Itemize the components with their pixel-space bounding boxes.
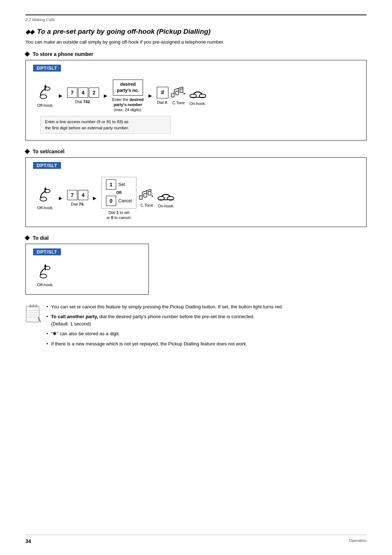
dpt-label-store: DPT/SLT — [33, 65, 61, 72]
dpt-box-dial: DPT/SLT Off-hook. — [25, 244, 149, 294]
svg-rect-18 — [139, 196, 142, 199]
offhook-label-setcancel: Off-hook. — [37, 205, 53, 210]
offhook-phone-dial: Off-hook. — [37, 263, 54, 287]
phone-onhook-icon-2 — [157, 188, 175, 202]
key-0-cancel: 0 — [106, 196, 116, 206]
ctone-label-store: C.Tone — [172, 101, 185, 105]
onhook-label-setcancel: On-hook. — [158, 203, 174, 208]
note-1: • You can set or cancel this feature by … — [46, 303, 367, 311]
keys-742: 7 4 2 Dial 742. — [67, 88, 99, 104]
arrow-setcancel-1: ► — [56, 195, 65, 202]
offhook-label-dial: Off-hook. — [37, 282, 53, 287]
key-7: 7 — [67, 88, 77, 98]
keys-742-label: Dial 742. — [75, 99, 91, 104]
onhook-phone-store: On-hook. — [189, 86, 207, 106]
notes-content: • You can set or cancel this feature by … — [46, 303, 367, 351]
top-rule — [25, 15, 367, 15]
flow-setcancel: Off-hook. ► 7 4 Dial 74. ► 1 Set — [33, 174, 359, 220]
operation-text: Operation — [349, 538, 367, 544]
keys-742-group: 7 4 2 — [67, 88, 99, 98]
svg-marker-16 — [44, 187, 46, 190]
hash-label: Dial #. — [157, 100, 168, 105]
offhook-phone-setcancel: Off-hook. — [37, 186, 54, 210]
offhook-phone-store: Off-hook. — [37, 84, 54, 108]
ctone-item-store: C.Tone — [171, 87, 187, 105]
note-4: • If there is a new message which is not… — [46, 340, 367, 348]
arrow-store-3: ► — [146, 93, 155, 99]
phone-offhook-icon — [37, 84, 54, 101]
phone-offhook-icon-2 — [37, 186, 54, 204]
desired-line2: party's no. — [117, 88, 139, 94]
desired-party-item: desired party's no. Enter the desiredpar… — [112, 80, 144, 112]
svg-marker-2 — [44, 85, 46, 87]
desired-line1: desired — [117, 81, 139, 88]
diamond-icons: ◆◆ — [25, 28, 34, 35]
note-3-text: "✱" can also be stored as a digit. — [51, 330, 120, 337]
onhook-label-store: On-hook. — [189, 101, 206, 106]
onhook-phone-setcancel: On-hook. — [157, 188, 175, 208]
page: 2.2 Making Calls ◆◆ To a pre-set party b… — [0, 0, 392, 555]
dpt-label-setcancel: DPT/SLT — [33, 162, 61, 169]
bullet-diamond-icon-2 — [25, 149, 30, 154]
bracket-item: 1 Set OR 0 Cancel Dial 1 to setor 0 to c… — [101, 177, 136, 220]
svg-rect-6 — [180, 89, 183, 93]
dpt-label-dial: DPT/SLT — [33, 248, 61, 255]
note-2-text: To call another party, dial the desired … — [51, 313, 255, 327]
bullet-diamond-icon — [25, 52, 30, 57]
key-4b: 4 — [78, 190, 88, 200]
svg-rect-20 — [148, 191, 151, 195]
ctone-icon-setcancel — [139, 189, 155, 202]
bottom-rule — [25, 535, 367, 535]
key-4: 4 — [78, 88, 88, 98]
keys-74: 7 4 Dial 74. — [67, 190, 88, 207]
desired-party-label: Enter the desiredparty's number(max. 24 … — [112, 97, 144, 113]
notepad-svg — [25, 303, 41, 323]
ctone-item-setcancel: C.Tone — [139, 189, 155, 207]
section-desc: You can make an outside call simply by g… — [25, 39, 367, 45]
svg-rect-4 — [171, 93, 174, 97]
bullet-diamond-icon-3 — [25, 235, 30, 240]
offhook-label-store: Off-hook. — [37, 103, 53, 108]
arrow-store-2: ► — [101, 93, 110, 99]
note-bullet-3: • — [46, 330, 48, 337]
subsection-setcancel-label: To set/cancel — [33, 149, 65, 154]
section-title: ◆◆ To a pre-set party by going off-hook … — [25, 28, 367, 36]
tooltip-bubble-store: Enter a line access number (9 or 81 to 8… — [40, 116, 171, 133]
hash-item: # Dial #. — [157, 87, 168, 105]
note-1-text: You can set or cancel this feature by si… — [51, 303, 283, 311]
phone-onhook-icon — [189, 86, 207, 100]
subsection-store-title: To store a phone number — [25, 51, 367, 57]
page-footer: 34 Operation — [25, 538, 367, 544]
note-bullet-1: • — [46, 303, 48, 311]
notepad-icon — [25, 303, 41, 324]
phone-offhook-icon-3 — [37, 263, 54, 281]
svg-marker-10 — [184, 93, 185, 95]
page-number: 34 — [25, 538, 31, 544]
set-label: Set — [118, 182, 125, 187]
svg-rect-33 — [27, 307, 38, 321]
bracket-label: Dial 1 to setor 0 to cancel. — [106, 210, 131, 220]
subsection-store-label: To store a phone number — [33, 51, 93, 57]
subsection-dial-title: To dial — [25, 235, 367, 241]
dpt-box-setcancel: DPT/SLT Off-hook. ► 7 4 — [25, 157, 367, 227]
svg-rect-19 — [144, 194, 147, 197]
note-bullet-2: • — [46, 313, 48, 327]
dpt-box-store: DPT/SLT Off-hook. ► 7 — [25, 60, 367, 141]
svg-rect-5 — [176, 91, 179, 95]
keys-74-group: 7 4 — [67, 190, 88, 200]
desired-party-box: desired party's no. — [113, 80, 143, 96]
cancel-label: Cancel — [118, 198, 132, 203]
breadcrumb: 2.2 Making Calls — [25, 17, 367, 22]
key-7b: 7 — [67, 190, 77, 200]
key-1-set: 1 — [106, 179, 116, 190]
keys-74-label: Dial 74. — [71, 202, 84, 207]
note-2: • To call another party, dial the desire… — [46, 313, 367, 327]
flow-store: Off-hook. ► 7 4 2 Dial 742. ► desired pa… — [33, 77, 359, 112]
svg-marker-30 — [44, 264, 46, 267]
bracket-row-cancel: 0 Cancel — [106, 196, 132, 206]
note-bullet-4: • — [46, 340, 48, 348]
arrow-store-1: ► — [56, 93, 65, 99]
subsection-setcancel-title: To set/cancel — [25, 149, 367, 154]
note-4-text: If there is a new message which is not y… — [51, 340, 248, 348]
arrow-setcancel-2: ► — [90, 195, 99, 202]
